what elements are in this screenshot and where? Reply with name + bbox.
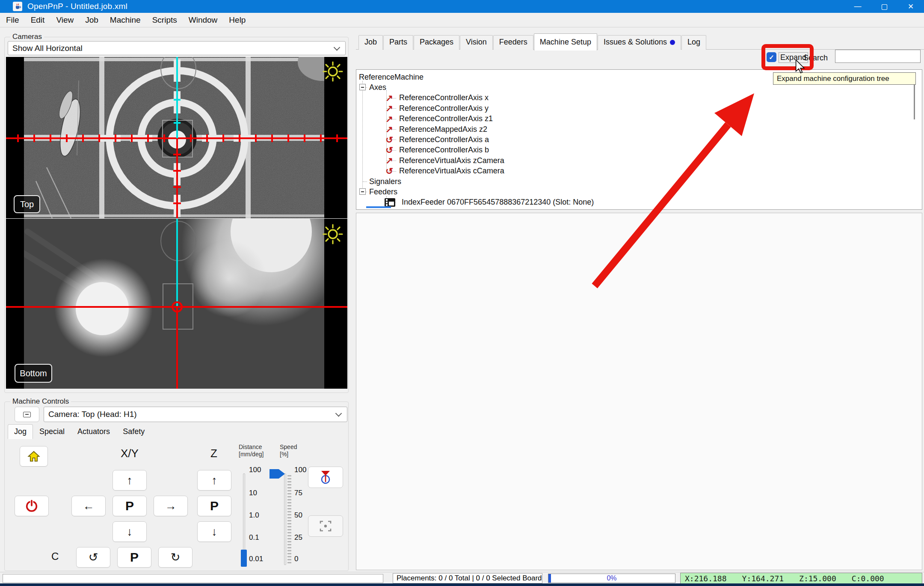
jog-z-minus-button[interactable]: ↓	[197, 521, 231, 542]
tab-label: Feeders	[499, 38, 527, 47]
speed-slider-ticks	[287, 475, 291, 564]
tree-expander-minus[interactable]	[359, 188, 366, 195]
tree-row[interactable]: ↗ReferenceMappedAxis z2	[356, 124, 922, 134]
home-button[interactable]	[20, 446, 48, 467]
tree-expander-minus[interactable]	[359, 84, 366, 90]
tree-guide	[387, 98, 396, 98]
speed-slider[interactable]	[284, 473, 286, 565]
tab-special[interactable]: Special	[33, 425, 71, 439]
minimize-button[interactable]: —	[844, 0, 871, 13]
tree-row[interactable]: ↺ReferenceControllerAxis a	[356, 134, 922, 145]
tree-guide	[387, 161, 396, 161]
jog-y-plus-button[interactable]: ↑	[113, 470, 147, 491]
tree-item-label: ReferenceMachine	[359, 73, 424, 82]
tree-item-label: ReferenceControllerAxis y	[399, 104, 489, 113]
menu-item-job[interactable]: Job	[85, 15, 98, 25]
jog-x-plus-button[interactable]: →	[154, 496, 188, 516]
job-progress-text: 0%	[548, 574, 675, 583]
window-bottom-edge	[0, 583, 924, 586]
tooltip: Expand machine configuration tree	[773, 72, 916, 85]
menu-item-scripts[interactable]: Scripts	[152, 15, 177, 25]
tree-row[interactable]: ↗ReferenceControllerAxis y	[356, 103, 922, 113]
jog-z-plus-button[interactable]: ↑	[197, 470, 231, 491]
tab-job[interactable]: Job	[358, 35, 383, 50]
distance-slider-thumb[interactable]	[241, 550, 247, 567]
tree-item-label: Axes	[369, 83, 386, 92]
tab-label: Packages	[420, 38, 453, 47]
tree-item-label: ReferenceVirtualAxis zCamera	[399, 156, 504, 165]
maximize-button[interactable]: ▢	[871, 0, 897, 13]
tab-jog[interactable]: Jog	[8, 424, 33, 439]
jog-c-cw-button[interactable]: ↻	[158, 547, 192, 568]
tab-actuators[interactable]: Actuators	[71, 425, 116, 439]
tab-parts[interactable]: Parts	[383, 35, 413, 50]
tree-item-label: IndexFeeder 0670FF565457888367212340 (Sl…	[402, 198, 594, 207]
camera-view-selector[interactable]: Show All Horizontal	[8, 41, 346, 55]
placements-status: Placements: 0 / 0 Total | 0 / 0 Selected…	[393, 573, 542, 583]
issues-badge-icon	[670, 40, 675, 45]
tree-row[interactable]: ↗ReferenceControllerAxis z1	[356, 114, 922, 124]
close-button[interactable]: ✕	[897, 0, 924, 13]
tree-row[interactable]: Feeders	[356, 187, 922, 197]
tab-log[interactable]: Log	[681, 35, 706, 50]
tree-row[interactable]: ↺ReferenceVirtualAxis cCamera	[356, 166, 922, 176]
tree-item-label: ReferenceControllerAxis b	[399, 146, 489, 155]
speed-header: Speed [%]	[280, 443, 305, 458]
position-c-button[interactable]: P	[117, 547, 151, 568]
status-bar: Placements: 0 / 0 Total | 0 / 0 Selected…	[0, 572, 924, 583]
chevron-down-icon	[334, 44, 341, 51]
tab-label: Issues & Solutions	[604, 38, 667, 47]
power-icon	[25, 500, 38, 512]
speed-slider-thumb[interactable]	[270, 469, 285, 479]
menu-item-help[interactable]: Help	[229, 15, 246, 25]
camera-capture-button[interactable]	[308, 515, 343, 537]
camera-capture-icon	[319, 519, 332, 533]
tree-row[interactable]: ↺ReferenceControllerAxis b	[356, 145, 922, 155]
tab-issues-solutions[interactable]: Issues & Solutions	[598, 35, 681, 50]
jog-x-minus-button[interactable]: ←	[71, 496, 106, 516]
head-camera-selector-value: Camera: Top (Head: H1)	[48, 410, 137, 419]
menu-item-window[interactable]: Window	[189, 15, 218, 25]
menu-item-view[interactable]: View	[56, 15, 74, 25]
bottom-camera-view[interactable]: Bottom	[6, 219, 347, 389]
speed-scale-label: 25	[294, 533, 302, 542]
position-z-button[interactable]: P	[197, 496, 231, 516]
tree-row[interactable]: ↗ReferenceVirtualAxis zCamera	[356, 155, 922, 166]
tab-feeders[interactable]: Feeders	[493, 35, 533, 50]
tree-row[interactable]: Signalers	[356, 176, 922, 187]
bottom-camera-image	[6, 219, 347, 389]
tree-row[interactable]: IndexFeeder 0670FF565457888367212340 (Sl…	[356, 197, 922, 208]
search-input[interactable]	[835, 50, 921, 63]
z-header: Z	[180, 447, 248, 460]
jog-y-minus-button[interactable]: ↓	[113, 521, 147, 542]
speed-scale-label: 50	[294, 511, 302, 520]
menu-bar: FileEditViewJobMachineScriptsWindowHelp	[0, 13, 924, 27]
position-xy-button[interactable]: P	[113, 496, 147, 516]
coordinate-value: Y:164.271	[742, 574, 784, 583]
distance-scale-label: 0.1	[249, 533, 259, 542]
tab-safety[interactable]: Safety	[116, 425, 151, 439]
main-tabs: JobPartsPackagesVisionFeedersMachine Set…	[358, 34, 707, 50]
openpnp-window: OpenPnP - Untitled.job.xml — ▢ ✕ FileEdi…	[0, 0, 924, 586]
distance-scale-label: 100	[249, 466, 261, 474]
camera-view-selector-value: Show All Horizontal	[12, 44, 83, 53]
status-message-field	[3, 574, 383, 583]
tab-machine-setup[interactable]: Machine Setup	[534, 33, 597, 51]
head-camera-selector[interactable]: Camera: Top (Head: H1)	[44, 407, 347, 422]
menu-item-machine[interactable]: Machine	[110, 15, 141, 25]
menu-item-file[interactable]: File	[6, 15, 19, 25]
park-nozzle-button[interactable]	[308, 467, 343, 488]
tree-row[interactable]: ↗ReferenceControllerAxis x	[356, 93, 922, 103]
title-bar: OpenPnP - Untitled.job.xml — ▢ ✕	[0, 0, 924, 13]
brightness-sun-icon[interactable]	[322, 60, 344, 83]
jog-c-ccw-button[interactable]: ↺	[76, 547, 110, 568]
brightness-sun-icon[interactable]	[322, 223, 344, 245]
top-camera-view[interactable]: Top	[6, 57, 347, 218]
tab-label: Vision	[466, 38, 487, 47]
menu-item-edit[interactable]: Edit	[31, 15, 45, 25]
collapse-panel-button[interactable]	[15, 407, 39, 422]
tree-scrollbar-thumb[interactable]	[914, 82, 915, 119]
power-button[interactable]	[15, 496, 49, 516]
tab-packages[interactable]: Packages	[414, 35, 459, 50]
tab-vision[interactable]: Vision	[460, 35, 493, 50]
